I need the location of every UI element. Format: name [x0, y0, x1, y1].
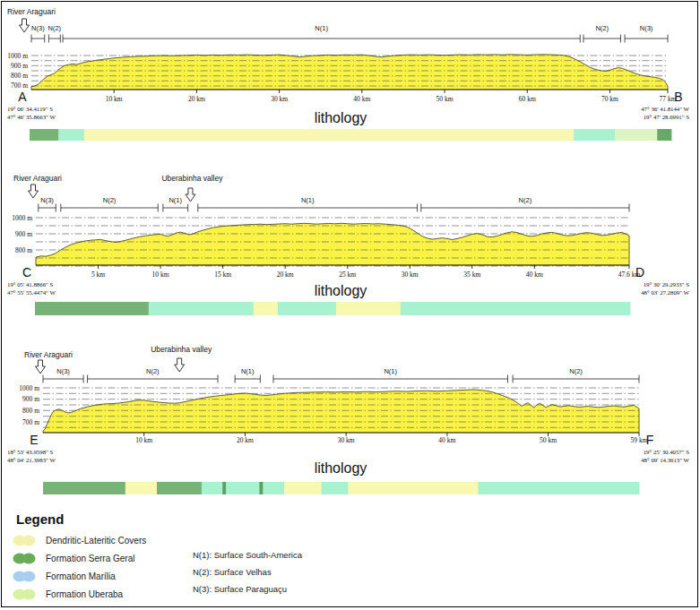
surface-brackets: N(3)N(2)N(1)N(2)N(3): [31, 24, 668, 43]
lithology-bar: [43, 482, 640, 494]
svg-text:N(3): N(3): [31, 24, 45, 32]
elevation-labels: 1000 m900 m800 m700 m: [19, 384, 39, 426]
svg-text:70 km: 70 km: [601, 95, 618, 103]
svg-text:19° 25' 30.4057" S: 19° 25' 30.4057" S: [644, 449, 689, 455]
svg-text:40 km: 40 km: [438, 436, 455, 444]
svg-text:N(2): N(2): [146, 367, 160, 375]
elevation-labels: 1000 m900 m800 m: [12, 214, 32, 254]
lithology-segment: [574, 129, 615, 141]
lithology-segment: [263, 482, 284, 494]
svg-text:N(3): N(3): [40, 196, 54, 204]
svg-text:River Araguari: River Araguari: [7, 7, 56, 16]
down-arrow-icon: [29, 185, 39, 198]
svg-text:900 m: 900 m: [15, 230, 32, 238]
valley-annotation: Uberabinha valley: [151, 345, 212, 372]
legend-item-label: Formation Uberaba: [46, 589, 123, 599]
svg-text:20 km: 20 km: [277, 271, 294, 279]
terrain-area: [43, 390, 639, 433]
svg-text:900 m: 900 m: [11, 62, 28, 70]
lithology-segment: [157, 482, 202, 494]
lithology-segment: [30, 129, 59, 141]
svg-text:60 km: 60 km: [519, 95, 536, 103]
down-arrow-icon: [20, 19, 30, 32]
svg-text:River Araguari: River Araguari: [13, 174, 62, 183]
legend-title: Legend: [16, 511, 64, 527]
legend-item: Formation Marília: [13, 567, 146, 585]
river-annotation: River Araguari: [13, 174, 62, 198]
svg-text:N(1): N(1): [241, 367, 255, 375]
lithology-segment: [35, 302, 149, 315]
svg-text:47° 55' 55.4474" W: 47° 55' 55.4474" W: [7, 289, 56, 296]
svg-text:N(1): N(1): [315, 24, 328, 32]
svg-text:30 km: 30 km: [271, 95, 288, 103]
profiles-canvas: 1000 m900 m800 m700 m10 km20 km30 km40 k…: [0, 0, 700, 506]
surface-definition: N(2): Surface Velhas: [193, 567, 302, 584]
svg-text:19° 47' 28.6991" S: 19° 47' 28.6991" S: [644, 114, 689, 120]
legend-item-label: Dendritic-Lateritic Covers: [46, 536, 146, 546]
lithology-title: lithology: [315, 460, 367, 476]
svg-text:1000 m: 1000 m: [19, 384, 39, 392]
lithology-title: lithology: [315, 110, 367, 125]
legend-item-label: Formation Marília: [46, 571, 116, 581]
svg-text:1000 m: 1000 m: [12, 214, 32, 222]
svg-text:47° 36' 41.8144" W: 47° 36' 41.8144" W: [641, 106, 689, 112]
svg-text:50 km: 50 km: [436, 95, 454, 103]
lithology-segment: [284, 482, 322, 494]
svg-text:35 km: 35 km: [463, 271, 480, 279]
svg-text:N(2): N(2): [48, 24, 62, 32]
svg-text:River Araguari: River Araguari: [24, 350, 73, 359]
lithology-segment: [278, 302, 337, 315]
lithology-segment: [149, 302, 254, 315]
svg-text:50 km: 50 km: [540, 436, 557, 444]
lithology-segment: [322, 482, 349, 494]
surface-brackets: N(3)N(2)N(1)N(1)N(2): [43, 367, 639, 383]
lithology-segment: [226, 482, 260, 494]
svg-text:19° 05' 41.8866" S: 19° 05' 41.8866" S: [7, 281, 53, 288]
svg-text:20 km: 20 km: [188, 95, 205, 103]
lithology-segment: [349, 482, 479, 494]
endpoint-end-label: D: [635, 265, 644, 279]
svg-text:18° 53' 43.9598" S: 18° 53' 43.9598" S: [7, 449, 53, 455]
lithology-segment: [84, 129, 575, 141]
endpoint-start-label: A: [18, 90, 27, 104]
lithology-segment: [125, 482, 158, 494]
surface-brackets: N(3)N(2)N(1)N(1)N(2): [39, 196, 629, 212]
svg-text:19° 30' 29.2933" S: 19° 30' 29.2933" S: [644, 281, 689, 288]
lithology-segment: [479, 482, 640, 494]
lithology-segment: [58, 129, 84, 141]
terrain-area: [36, 223, 629, 265]
svg-text:Uberabinha valley: Uberabinha valley: [161, 174, 223, 183]
lithology-bar: [30, 129, 671, 141]
svg-text:N(2): N(2): [595, 24, 609, 32]
lithology-segment: [657, 129, 671, 141]
legend: Legend Dendritic-Lateritic Covers Format…: [0, 506, 700, 606]
lithology-segment: [202, 482, 223, 494]
svg-text:10 km: 10 km: [106, 95, 123, 103]
lithology-segment: [259, 482, 263, 494]
profile-CD: 1000 m900 m800 m5 km10 km15 km20 km25 km…: [7, 174, 690, 315]
lithology-segment: [336, 302, 401, 315]
svg-text:10 km: 10 km: [152, 271, 169, 279]
terrain-area: [31, 55, 668, 90]
distance-ticks: 10 km20 km30 km40 km50 km60 km70 km77 km: [106, 90, 677, 103]
svg-text:N(2): N(2): [519, 196, 532, 204]
svg-text:N(3): N(3): [640, 24, 653, 32]
endpoint-start-label: C: [22, 265, 31, 279]
svg-text:30 km: 30 km: [338, 436, 355, 444]
legend-item: Dendritic-Lateritic Covers: [13, 531, 146, 549]
lithology-segment: [43, 482, 125, 494]
svg-text:48° 03' 27.2809" W: 48° 03' 27.2809" W: [641, 289, 689, 296]
legend-items: Dendritic-Lateritic Covers Formation Ser…: [13, 531, 146, 603]
svg-text:40 km: 40 km: [526, 271, 543, 279]
svg-text:N(2): N(2): [103, 196, 117, 204]
surface-definition: N(1): Surface South-America: [193, 550, 302, 567]
down-arrow-icon: [36, 360, 46, 374]
svg-text:19° 06' 34.4119" S: 19° 06' 34.4119" S: [7, 106, 53, 112]
svg-text:Uberabinha valley: Uberabinha valley: [151, 345, 212, 354]
endpoint-end-label: F: [646, 433, 654, 447]
svg-text:40 km: 40 km: [353, 95, 370, 103]
legend-item: Formation Uberaba: [13, 585, 146, 603]
svg-text:800 m: 800 m: [15, 246, 32, 254]
surface-definition: N(3): Surface Paraguaçu: [193, 584, 302, 601]
svg-text:N(2): N(2): [569, 367, 583, 375]
